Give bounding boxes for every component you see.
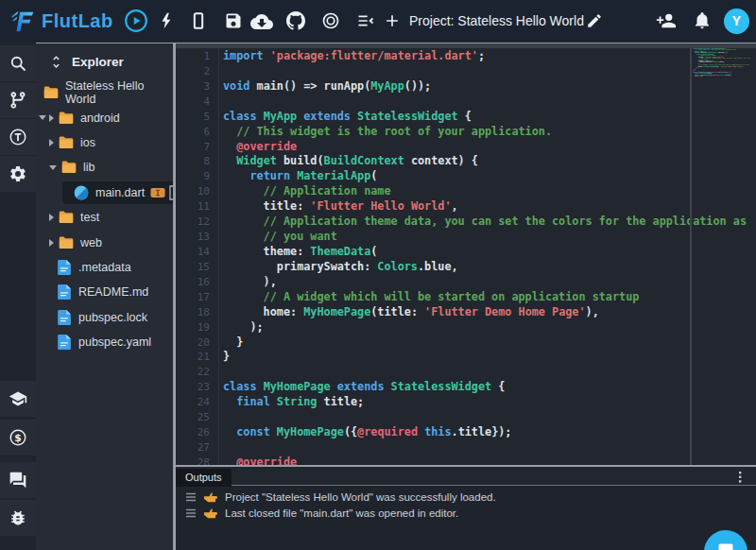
flutlab-logo-icon[interactable] xyxy=(9,8,37,36)
cloud-build-button[interactable] xyxy=(250,10,273,33)
code-line[interactable]: 20 } xyxy=(176,335,756,351)
search-button[interactable] xyxy=(0,45,36,81)
tree-item-android[interactable]: android xyxy=(36,105,173,129)
chat-button[interactable] xyxy=(0,462,36,498)
code-editor[interactable]: 1import 'package:flutter/material.dart';… xyxy=(176,43,756,465)
code-line[interactable]: 3void main() => runApp(MyApp()); xyxy=(176,79,756,95)
save-button[interactable] xyxy=(224,11,243,30)
log-message: Last closed file "main.dart" was opened … xyxy=(225,507,458,519)
invite-collaborator-button[interactable] xyxy=(656,10,677,31)
explorer-title: Explorer xyxy=(72,49,124,76)
line-number: 25 xyxy=(176,410,210,425)
code-line[interactable]: 22 xyxy=(176,365,756,380)
edit-project-name-button[interactable] xyxy=(586,12,603,29)
tree-item-web[interactable]: web xyxy=(36,230,173,254)
git-button[interactable] xyxy=(0,82,36,118)
tree-item-readme-md[interactable]: README.md xyxy=(36,280,173,304)
tree-item-label: README.md xyxy=(78,285,148,299)
code-line[interactable]: 4 xyxy=(176,95,756,110)
code-line[interactable]: 10 // Application name xyxy=(176,184,756,199)
code-line[interactable]: 23class MyHomePage extends StatelessWidg… xyxy=(176,380,756,395)
line-number: 23 xyxy=(176,380,210,395)
code-line[interactable]: 9 return MaterialApp( xyxy=(176,169,756,184)
hot-reload-button[interactable] xyxy=(157,11,176,30)
github-button[interactable] xyxy=(286,11,305,30)
explorer-resize-handle[interactable] xyxy=(173,43,176,550)
settings-button[interactable] xyxy=(0,156,36,192)
rename-button[interactable] xyxy=(150,185,165,200)
code-line[interactable]: 12 // Application theme data, you can se… xyxy=(176,215,756,230)
code-line[interactable]: 13 // you want xyxy=(176,230,756,245)
notifications-button[interactable] xyxy=(693,11,712,30)
tree-item-label: pubspec.lock xyxy=(78,311,147,324)
code-line[interactable]: 7 @override xyxy=(176,140,756,155)
tree-item--metadata[interactable]: .metadata xyxy=(36,255,173,280)
code-line[interactable]: 26 const MyHomePage({@required this.titl… xyxy=(176,425,756,440)
code-line[interactable]: 2 xyxy=(176,64,756,79)
tree-item-ios[interactable]: ios xyxy=(36,130,173,155)
tree-item-lib[interactable]: lib xyxy=(36,155,173,180)
brand-name[interactable]: FlutLab xyxy=(42,0,113,43)
tree-item-label: lib xyxy=(83,161,95,174)
bug-report-button[interactable] xyxy=(0,500,36,536)
code-line[interactable]: 24 final String title; xyxy=(176,395,756,410)
line-number: 27 xyxy=(176,440,210,455)
code-line[interactable]: 5class MyApp extends StatelessWidget { xyxy=(176,110,756,125)
tree-item-stateless-hello-world[interactable]: Stateless Hello World xyxy=(36,80,173,105)
queue-button[interactable] xyxy=(356,11,375,30)
learn-button[interactable] xyxy=(0,381,36,417)
line-number: 8 xyxy=(176,154,210,169)
code-line[interactable]: 28 @override xyxy=(176,455,756,465)
tree-item-test[interactable]: test xyxy=(36,205,173,230)
code-line[interactable]: 14 theme: ThemeData( xyxy=(176,245,756,260)
tree-item-pubspec-lock[interactable]: pubspec.lock xyxy=(36,305,173,330)
svg-text:$: $ xyxy=(14,432,22,444)
line-number: 26 xyxy=(176,425,210,440)
code-area[interactable]: 1import 'package:flutter/material.dart';… xyxy=(176,49,756,465)
collapse-all-icon[interactable] xyxy=(48,54,64,70)
caret-right-icon[interactable] xyxy=(49,114,54,122)
caret-right-icon[interactable] xyxy=(49,139,54,146)
file-icon xyxy=(57,284,72,300)
code-line[interactable]: 21} xyxy=(176,350,756,365)
code-line[interactable]: 19 ); xyxy=(176,320,756,335)
user-avatar[interactable]: Y xyxy=(724,9,749,34)
code-line[interactable]: 6 // This widget is the root of your app… xyxy=(176,125,756,140)
line-number: 3 xyxy=(176,79,210,95)
line-number: 24 xyxy=(176,395,210,410)
tab-outputs[interactable]: Outputs xyxy=(176,469,232,487)
editor-scrollbar-vertical[interactable] xyxy=(690,48,692,465)
tree-item-label: main.dart xyxy=(95,186,145,199)
tree-item-main-dart[interactable]: main.dart xyxy=(36,180,173,205)
code-line[interactable]: 25 xyxy=(176,410,756,425)
code-line[interactable]: 8 Widget build(BuildContext context) { xyxy=(176,154,756,169)
tree-item-pubspec-yaml[interactable]: pubspec.yaml xyxy=(36,330,173,354)
code-line[interactable]: 15 primarySwatch: Colors.blue, xyxy=(176,260,756,275)
line-number: 4 xyxy=(176,95,210,110)
code-line[interactable]: 16 ), xyxy=(176,275,756,290)
line-number: 11 xyxy=(176,199,210,215)
code-line[interactable]: 18 home: MyHomePage(title: 'Flutter Demo… xyxy=(176,305,756,320)
code-line[interactable]: 27 xyxy=(176,440,756,455)
line-number: 14 xyxy=(176,245,210,260)
tasks-button[interactable] xyxy=(0,119,36,155)
device-preview-button[interactable] xyxy=(189,11,208,30)
code-line[interactable]: 11 title: 'Flutter Hello World', xyxy=(176,199,756,215)
new-tab-button[interactable] xyxy=(383,11,402,30)
code-line[interactable]: 1import 'package:flutter/material.dart'; xyxy=(176,49,756,64)
tree-item-label: web xyxy=(80,236,102,249)
run-button[interactable] xyxy=(124,9,148,33)
caret-down-icon[interactable] xyxy=(49,165,57,170)
caret-right-icon[interactable] xyxy=(49,214,54,221)
minimap[interactable]: import 'package:flutter/material.dart';v… xyxy=(693,45,751,77)
line-number: 21 xyxy=(176,350,210,365)
caret-right-icon[interactable] xyxy=(49,239,54,247)
billing-button[interactable]: $ xyxy=(0,420,36,455)
code-line[interactable]: 17 // A widget which will be started on … xyxy=(176,290,756,305)
outputs-menu-button[interactable] xyxy=(733,471,747,484)
tree-item-label: .metadata xyxy=(78,261,131,274)
caret-down-icon[interactable] xyxy=(39,115,46,120)
editor-scrollbar-horizontal[interactable] xyxy=(176,43,756,48)
record-button[interactable] xyxy=(321,11,340,30)
line-number: 10 xyxy=(176,184,210,199)
